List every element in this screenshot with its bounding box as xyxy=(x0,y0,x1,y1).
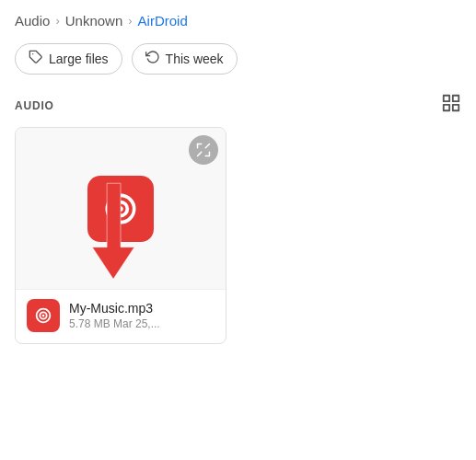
file-grid: My-Music.mp3 5.78 MB Mar 25,... xyxy=(0,127,476,344)
svg-rect-4 xyxy=(453,105,459,110)
list-view-icon[interactable] xyxy=(441,93,461,118)
breadcrumb-unknown[interactable]: Unknown xyxy=(65,13,123,29)
audio-icon-large xyxy=(87,176,154,242)
expand-button[interactable] xyxy=(189,135,218,165)
svg-rect-2 xyxy=(453,96,459,101)
section-header: AUDIO xyxy=(0,87,476,127)
section-title: AUDIO xyxy=(15,99,54,112)
breadcrumb-sep-1: › xyxy=(55,14,59,28)
file-card[interactable]: My-Music.mp3 5.78 MB Mar 25,... xyxy=(15,127,226,344)
large-files-filter[interactable]: Large files xyxy=(15,43,122,75)
large-files-label: Large files xyxy=(49,52,109,66)
breadcrumb-sep-2: › xyxy=(128,14,132,28)
this-week-filter[interactable]: This week xyxy=(132,43,238,75)
file-name: My-Music.mp3 xyxy=(69,301,160,316)
file-info-row: My-Music.mp3 5.78 MB Mar 25,... xyxy=(16,289,226,343)
breadcrumb: Audio › Unknown › AirDroid xyxy=(0,0,476,38)
clock-icon xyxy=(145,50,160,68)
svg-rect-3 xyxy=(444,105,449,110)
svg-rect-1 xyxy=(444,96,449,101)
filter-bar: Large files This week xyxy=(0,38,476,87)
file-details: 5.78 MB Mar 25,... xyxy=(69,317,160,330)
audio-icon-small xyxy=(27,299,60,332)
this-week-label: This week xyxy=(166,52,224,66)
file-preview xyxy=(16,128,226,289)
file-meta: My-Music.mp3 5.78 MB Mar 25,... xyxy=(69,301,160,330)
tag-icon xyxy=(29,50,43,68)
breadcrumb-audio[interactable]: Audio xyxy=(15,13,50,29)
breadcrumb-airdroid[interactable]: AirDroid xyxy=(138,13,188,29)
